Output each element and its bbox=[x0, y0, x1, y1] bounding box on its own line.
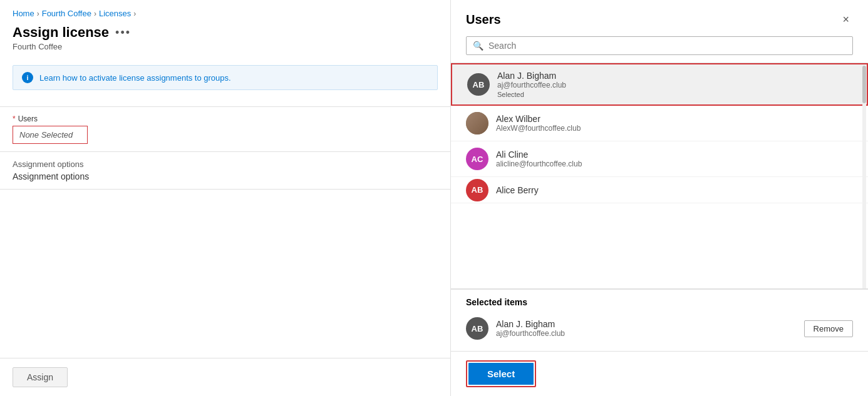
users-field-value[interactable]: None Selected bbox=[13, 126, 88, 144]
left-footer: Assign bbox=[0, 358, 450, 396]
select-button-wrapper: Select bbox=[466, 360, 536, 387]
info-banner-link[interactable]: Learn how to activate license assignment… bbox=[39, 73, 231, 83]
info-banner: i Learn how to activate license assignme… bbox=[13, 65, 438, 90]
search-box: 🔍 bbox=[466, 36, 853, 55]
select-button[interactable]: Select bbox=[468, 363, 534, 385]
user-email-ali-cline: alicline@fourthcoffee.club bbox=[496, 160, 853, 168]
close-button[interactable]: × bbox=[839, 11, 853, 28]
breadcrumb-home[interactable]: Home bbox=[13, 9, 34, 18]
breadcrumb-licenses[interactable]: Licenses bbox=[99, 9, 131, 18]
search-icon: 🔍 bbox=[473, 41, 483, 51]
selected-user-row-alan-bigham: AB Alan J. Bigham aj@fourthcoffee.club R… bbox=[466, 313, 853, 343]
avatar-alan-bigham: AB bbox=[467, 73, 490, 96]
user-info-alex-wilber: Alex Wilber AlexW@fourthcoffee.club bbox=[496, 114, 853, 133]
page-title-row: Assign license ••• bbox=[0, 22, 450, 42]
info-icon: i bbox=[22, 72, 33, 83]
panel-footer: Select bbox=[451, 351, 868, 396]
selected-items-label: Selected items bbox=[466, 297, 853, 307]
selected-user-email-alan-bigham: aj@fourthcoffee.club bbox=[496, 329, 797, 338]
remove-button-alan-bigham[interactable]: Remove bbox=[804, 320, 853, 337]
assignment-options-value[interactable]: Assignment options bbox=[13, 171, 438, 181]
users-panel: Users × 🔍 AB Alan J. Bigham aj@fourthcof… bbox=[451, 0, 868, 396]
user-email-alan-bigham: aj@fourthcoffee.club bbox=[497, 81, 852, 89]
left-panel: Home › Fourth Coffee › Licenses › Assign… bbox=[0, 0, 451, 396]
user-list: AB Alan J. Bigham aj@fourthcoffee.club S… bbox=[451, 63, 868, 288]
breadcrumb-sep-2: › bbox=[94, 9, 96, 18]
scrollbar-track bbox=[862, 66, 866, 288]
search-input[interactable] bbox=[488, 41, 846, 51]
user-name-ali-cline: Ali Cline bbox=[496, 150, 853, 160]
breadcrumb-sep-3: › bbox=[133, 9, 136, 18]
page-subtitle: Fourth Coffee bbox=[0, 42, 450, 59]
users-field-label: * Users bbox=[13, 114, 438, 123]
selected-items-section: Selected items AB Alan J. Bigham aj@four… bbox=[451, 288, 868, 351]
user-info-alan-bigham: Alan J. Bigham aj@fourthcoffee.club Sele… bbox=[497, 71, 852, 98]
user-item-alex-wilber[interactable]: Alex Wilber AlexW@fourthcoffee.club bbox=[451, 106, 868, 141]
user-email-alex-wilber: AlexW@fourthcoffee.club bbox=[496, 124, 853, 133]
selected-avatar-alan-bigham: AB bbox=[466, 317, 488, 340]
avatar-ali-cline: AC bbox=[466, 148, 488, 170]
selected-user-info-alan-bigham: Alan J. Bigham aj@fourthcoffee.club bbox=[496, 319, 797, 338]
user-info-ali-cline: Ali Cline alicline@fourthcoffee.club bbox=[496, 150, 853, 168]
breadcrumb-fourth-coffee[interactable]: Fourth Coffee bbox=[42, 9, 91, 18]
page-title: Assign license bbox=[13, 24, 109, 41]
avatar-alex-wilber bbox=[466, 112, 488, 135]
more-options-icon[interactable]: ••• bbox=[115, 26, 131, 39]
panel-title: Users bbox=[466, 13, 501, 27]
user-item-alan-bigham[interactable]: AB Alan J. Bigham aj@fourthcoffee.club S… bbox=[451, 63, 868, 106]
user-selected-text-alan-bigham: Selected bbox=[497, 91, 852, 98]
avatar-alice-berry: AB bbox=[466, 179, 488, 201]
user-item-ali-cline[interactable]: AC Ali Cline alicline@fourthcoffee.club bbox=[451, 141, 868, 177]
scrollbar-thumb bbox=[862, 66, 866, 103]
user-item-alice-berry[interactable]: AB Alice Berry bbox=[451, 177, 868, 203]
panel-header: Users × bbox=[451, 0, 868, 36]
user-info-alice-berry: Alice Berry bbox=[496, 185, 853, 195]
info-banner-text: Learn how to activate license assignment… bbox=[39, 73, 231, 83]
breadcrumb: Home › Fourth Coffee › Licenses › bbox=[0, 0, 450, 22]
user-name-alice-berry: Alice Berry bbox=[496, 185, 853, 195]
assignment-options-section: Assignment options Assignment options bbox=[0, 152, 450, 190]
users-field-row: * Users None Selected bbox=[0, 107, 450, 152]
selected-user-name-alan-bigham: Alan J. Bigham bbox=[496, 319, 797, 329]
assign-button[interactable]: Assign bbox=[13, 367, 68, 387]
scrollbar[interactable] bbox=[862, 63, 867, 288]
user-name-alan-bigham: Alan J. Bigham bbox=[497, 71, 852, 81]
required-star: * bbox=[13, 114, 16, 123]
user-name-alex-wilber: Alex Wilber bbox=[496, 114, 853, 124]
assignment-options-label: Assignment options bbox=[13, 160, 438, 169]
breadcrumb-sep-1: › bbox=[37, 9, 39, 18]
form-section: * Users None Selected Assignment options… bbox=[0, 106, 450, 190]
